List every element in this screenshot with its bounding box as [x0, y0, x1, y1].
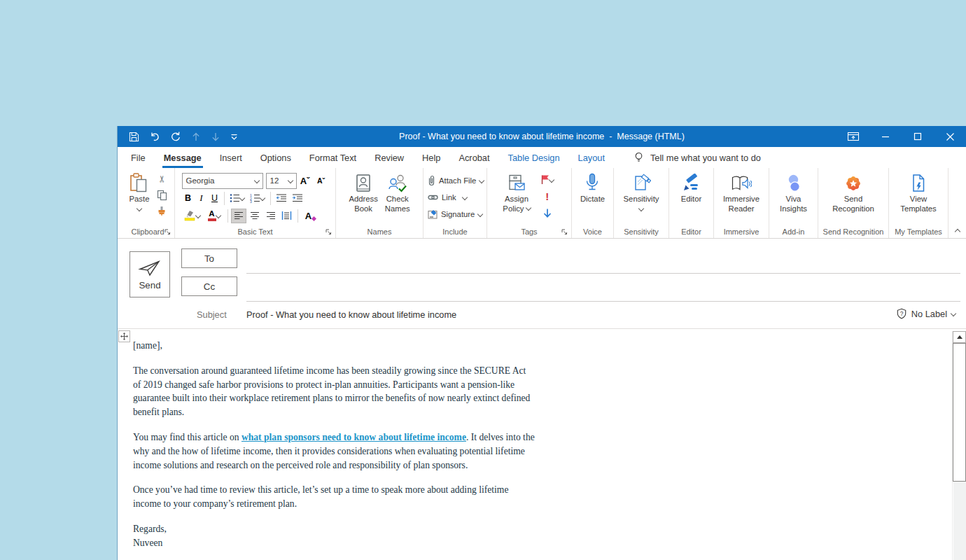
clipboard-dialog-launcher-icon[interactable]: [164, 229, 171, 235]
signature-button[interactable]: Signature: [425, 206, 482, 223]
to-field[interactable]: [246, 253, 960, 274]
editor-button[interactable]: Editor: [678, 170, 706, 204]
tab-review[interactable]: Review: [365, 147, 413, 168]
highlight-dropdown-icon: [195, 213, 201, 218]
editor-group: Editor Editor: [669, 168, 714, 238]
align-right-button[interactable]: [263, 209, 279, 223]
assign-policy-dropdown-icon: [525, 204, 531, 210]
assign-policy-button[interactable]: Assign Policy: [499, 170, 533, 214]
cc-field[interactable]: [246, 281, 960, 302]
numbering-dropdown-icon: [260, 195, 265, 201]
low-importance-button[interactable]: [540, 206, 555, 220]
sensitivity-icon: [631, 172, 651, 195]
scrollbar-thumb[interactable]: [953, 343, 966, 482]
font-name-dropdown-icon: [253, 178, 259, 183]
viva-insights-button[interactable]: Viva Insights: [776, 170, 811, 214]
move-down-icon: [211, 132, 220, 142]
increase-indent-button[interactable]: [290, 191, 305, 206]
link-button[interactable]: Link: [425, 189, 467, 206]
align-left-button[interactable]: [231, 209, 246, 223]
bullets-button[interactable]: [227, 191, 247, 206]
sensitivity-button[interactable]: Sensitivity: [620, 170, 663, 211]
tab-format-text[interactable]: Format Text: [300, 147, 365, 168]
shield-question-icon: ?: [896, 308, 907, 319]
ribbon-tabs: File Message Insert Options Format Text …: [118, 147, 966, 168]
format-painter-button[interactable]: [154, 204, 169, 218]
justify-distribute-icon: [281, 211, 292, 220]
microphone-icon: [583, 172, 601, 195]
basic-text-dialog-launcher-icon[interactable]: [326, 229, 332, 235]
clear-formatting-button[interactable]: A: [301, 209, 316, 223]
grow-font-button[interactable]: Aˇ: [298, 174, 313, 188]
tell-me-box[interactable]: Tell me what you want to do: [634, 147, 761, 168]
close-icon[interactable]: [934, 126, 966, 147]
tab-help[interactable]: Help: [413, 147, 449, 168]
minimize-icon[interactable]: [869, 126, 902, 147]
undo-icon[interactable]: [149, 131, 160, 142]
redo-icon[interactable]: [170, 131, 181, 142]
text-highlight-button[interactable]: [182, 209, 203, 223]
paste-dropdown-icon: [136, 205, 142, 211]
collapse-ribbon-icon[interactable]: [955, 229, 960, 234]
font-name-select[interactable]: Georgia: [182, 173, 263, 189]
tab-table-design[interactable]: Table Design: [499, 147, 569, 168]
attach-file-button[interactable]: Attach File: [425, 172, 484, 189]
customize-quick-access-icon[interactable]: [230, 133, 238, 141]
vertical-scrollbar[interactable]: [952, 331, 966, 560]
table-move-handle[interactable]: [118, 330, 130, 342]
check-names-button[interactable]: Check Names: [382, 170, 414, 214]
high-importance-button[interactable]: !: [540, 189, 555, 204]
shrink-font-button[interactable]: Aˇ: [314, 174, 329, 188]
send-recognition-button[interactable]: Send Recognition: [829, 170, 878, 214]
justify-distribute-button[interactable]: [279, 209, 295, 223]
cut-icon: ✂: [157, 175, 167, 183]
underline-button[interactable]: U: [209, 191, 221, 206]
maximize-icon[interactable]: [902, 126, 934, 147]
font-size-dropdown-icon: [287, 178, 293, 183]
tab-layout[interactable]: Layout: [569, 147, 614, 168]
article-link[interactable]: what plan sponsors need to know about li…: [241, 432, 466, 442]
follow-up-flag-button[interactable]: [537, 172, 558, 187]
paragraph-3: Once you’ve had time to review this arti…: [133, 483, 536, 511]
to-button[interactable]: To: [181, 248, 237, 268]
numbering-button[interactable]: 123: [248, 191, 267, 206]
down-arrow-icon: [542, 208, 552, 218]
paste-button[interactable]: Paste: [126, 170, 153, 211]
font-color-dropdown-icon: [215, 213, 220, 218]
scrollbar-track[interactable]: [953, 482, 966, 560]
bold-button[interactable]: B: [182, 191, 195, 206]
tab-insert[interactable]: Insert: [211, 147, 251, 168]
copy-button[interactable]: [154, 188, 169, 202]
title-bar: Proof - What you need to know about life…: [118, 126, 966, 147]
dictate-button[interactable]: Dictate: [577, 170, 608, 204]
font-color-button[interactable]: A: [204, 209, 225, 223]
lightbulb-icon: [634, 152, 644, 163]
address-book-button[interactable]: Address Book: [345, 170, 381, 214]
cc-button[interactable]: Cc: [181, 276, 237, 296]
cut-button[interactable]: ✂: [154, 172, 169, 186]
view-templates-button[interactable]: View Templates: [897, 170, 940, 214]
editor-pen-icon: [681, 172, 701, 195]
immersive-reader-button[interactable]: Immersive Reader: [720, 170, 763, 214]
paste-icon: [130, 172, 148, 195]
tab-options[interactable]: Options: [251, 147, 300, 168]
send-button[interactable]: Send: [130, 251, 170, 298]
tags-dialog-launcher-icon[interactable]: [561, 229, 568, 235]
font-size-select[interactable]: 12: [266, 173, 297, 189]
ribbon-display-options-icon[interactable]: [837, 126, 869, 147]
subject-field[interactable]: Proof - What you need to know about life…: [246, 309, 456, 320]
tab-acrobat[interactable]: Acrobat: [449, 147, 498, 168]
message-text: [name], The conversation around guarante…: [133, 339, 536, 550]
tab-file[interactable]: File: [122, 147, 155, 168]
scroll-up-icon[interactable]: [953, 331, 966, 343]
message-body-editor[interactable]: [name], The conversation around guarante…: [118, 329, 966, 560]
quick-access-toolbar: [118, 131, 238, 142]
sensitivity-group: Sensitivity Sensitivity: [614, 168, 669, 238]
italic-button[interactable]: I: [195, 191, 208, 206]
save-icon[interactable]: [129, 132, 139, 142]
tab-message[interactable]: Message: [155, 147, 211, 168]
sensitivity-label-selector[interactable]: ? No Label: [896, 308, 955, 319]
decrease-indent-button[interactable]: [274, 191, 289, 206]
align-center-button[interactable]: [247, 209, 262, 223]
sensitivity-dropdown-icon: [638, 205, 644, 211]
